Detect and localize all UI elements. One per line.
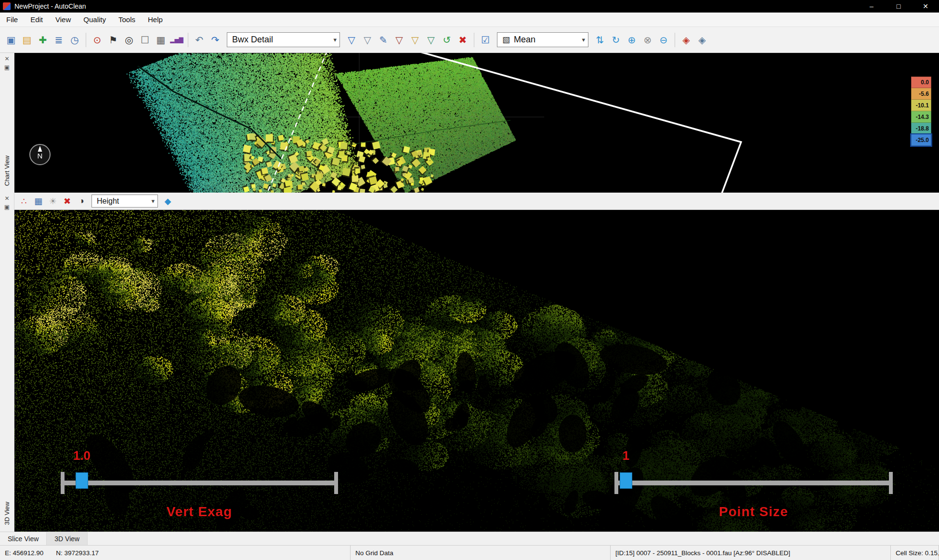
redo-icon[interactable]: ↷ — [208, 32, 222, 48]
close-button[interactable]: ✕ — [912, 0, 939, 13]
menu-edit[interactable]: Edit — [24, 13, 49, 26]
undo-icon[interactable]: ↶ — [192, 32, 207, 48]
zoom-off-icon[interactable]: ⊗ — [640, 32, 655, 48]
maximize-button[interactable]: □ — [885, 0, 912, 13]
chevron-down-icon: ▾ — [582, 36, 585, 43]
vert-exag-value: 1.0 — [63, 448, 101, 463]
filter-manual-icon[interactable]: ▽ — [360, 32, 375, 48]
save-lines-icon[interactable]: ≣ — [52, 32, 66, 48]
unlink-nodes-icon[interactable]: ◈ — [695, 32, 709, 48]
slider-endcap — [334, 472, 338, 494]
title-bar: NewProject - AutoClean – □ ✕ — [0, 0, 939, 13]
slider-endcap — [889, 472, 893, 494]
view3d-panel: ✕ ▣ 3D View ∴▦☀✖◑Height▾◆ 1.0 Vert Exag — [0, 193, 939, 532]
legend-row[interactable]: 0.0 — [911, 77, 931, 88]
point-size-handle[interactable] — [620, 472, 632, 489]
add-data-icon[interactable]: ✚ — [36, 32, 50, 48]
surface-stat-dropdown-value: Mean — [514, 35, 578, 45]
status-easting: E: 456912.90 — [5, 549, 43, 557]
view3d-dock-icon[interactable]: ▣ — [0, 203, 14, 211]
status-bar: E: 456912.90 N: 3972933.17 No Grid Data … — [0, 545, 939, 560]
legend-row[interactable]: -14.3 — [911, 111, 931, 123]
point-size-value: 1 — [607, 448, 645, 463]
tab-slice-view[interactable]: Slice View — [0, 532, 47, 545]
chevron-down-icon: ▾ — [151, 197, 155, 205]
clear-selection-icon[interactable]: ✖ — [61, 195, 74, 208]
status-cell-size: Cell Size: 0.15,I — [891, 546, 939, 560]
statistics-chart-icon[interactable]: ▂▅▇ — [170, 32, 184, 48]
refresh-icon[interactable]: ↻ — [609, 32, 623, 48]
menu-view[interactable]: View — [49, 13, 77, 26]
menu-quality[interactable]: Quality — [77, 13, 112, 26]
crop-region-icon[interactable]: ▦ — [154, 32, 168, 48]
filter-auto-icon[interactable]: ▽ — [344, 32, 359, 48]
detail-level-dropdown[interactable]: Bwx Detail▾ — [227, 32, 340, 47]
grid-check-icon[interactable]: ☑ — [478, 32, 493, 48]
app-icon — [3, 2, 11, 10]
sphere-icon[interactable]: ◑ — [75, 195, 88, 208]
filter-edit-icon[interactable]: ✎ — [376, 32, 391, 48]
surface-icon: ▧ — [502, 35, 510, 45]
select-rect-icon[interactable]: ☐ — [138, 32, 152, 48]
chart-close-icon[interactable]: ✕ — [0, 54, 14, 63]
legend-row[interactable]: -10.1 — [911, 100, 931, 111]
chart-view-strip: ✕ ▣ Chart View — [0, 53, 14, 193]
zoom-in-icon[interactable]: ⊕ — [625, 32, 639, 48]
chart-view: N 0.0-5.6-10.1-14.3-18.8-25.0 — [14, 53, 939, 193]
layers-icon[interactable]: ◆ — [161, 195, 174, 208]
view3d-viewport: 1.0 Vert Exag 1 Point Size — [14, 210, 939, 532]
slider-endcap — [61, 472, 65, 494]
point-size-track[interactable] — [615, 481, 892, 485]
north-compass-icon: N — [29, 143, 51, 166]
legend-row[interactable]: -18.8 — [911, 123, 931, 134]
link-nodes-icon[interactable]: ◈ — [679, 32, 693, 48]
main-area: ✕ ▣ Chart View N 0.0-5.6-10.1-14.3-18.8-… — [0, 53, 939, 532]
status-file: [ID:15] 0007 - 250911_Blocks - 0001.fau … — [611, 546, 891, 560]
point-grid-icon[interactable]: ▦ — [32, 195, 45, 208]
light-icon[interactable]: ☀ — [46, 195, 59, 208]
undo-all-icon[interactable]: ↺ — [440, 32, 454, 48]
view3d-strip: ✕ ▣ 3D View — [0, 193, 14, 532]
filter-reject-icon[interactable]: ▽ — [392, 32, 406, 48]
menu-tools[interactable]: Tools — [112, 13, 142, 26]
chart-dock-icon[interactable]: ▣ — [0, 63, 14, 72]
status-northing: N: 3972933.17 — [56, 549, 99, 557]
vert-exag-handle[interactable] — [76, 472, 88, 489]
chart-canvas[interactable] — [14, 53, 939, 193]
tab-3d-view[interactable]: 3D View — [47, 532, 88, 545]
vert-exag-track[interactable] — [62, 481, 337, 485]
menu-bar: FileEditViewQualityToolsHelp — [0, 13, 939, 27]
pin-marker-icon[interactable]: ◎ — [122, 32, 136, 48]
filter-points-icon[interactable]: ▽ — [408, 32, 422, 48]
vert-exag-label: Vert Exag — [62, 504, 337, 520]
time-history-icon[interactable]: ◷ — [67, 32, 82, 48]
view3d-label: 3D View — [3, 502, 11, 525]
chart-view-label: Chart View — [3, 156, 11, 186]
svg-text:N: N — [38, 152, 43, 160]
surface-stat-dropdown[interactable]: ▧Mean▾ — [497, 32, 588, 47]
open-folder-icon[interactable]: ▤ — [20, 32, 34, 48]
window-title: NewProject - AutoClean — [14, 2, 86, 10]
zoom-extents-icon[interactable]: ⊖ — [656, 32, 671, 48]
status-coordinates: E: 456912.90 N: 3972933.17 — [0, 546, 351, 560]
color-scatter-icon[interactable]: ∴ — [17, 195, 30, 208]
toolbar-separator — [675, 33, 675, 47]
swap-layers-icon[interactable]: ⇅ — [593, 32, 607, 48]
window-controls: – □ ✕ — [858, 0, 939, 13]
color-mode-dropdown[interactable]: Height▾ — [91, 195, 158, 208]
main-toolbar: ▣▤✚≣◷⊙⚑◎☐▦▂▅▇↶↷Bwx Detail▾▽▽✎▽▽▽↺✖☑▧Mean… — [0, 27, 939, 53]
toolbar-separator — [188, 33, 188, 47]
minimize-button[interactable]: – — [858, 0, 885, 13]
view3d-close-icon[interactable]: ✕ — [0, 194, 14, 203]
detail-level-dropdown-value: Bwx Detail — [232, 35, 329, 45]
filter-badge-icon[interactable]: ▽ — [424, 32, 438, 48]
screen-display-icon[interactable]: ▣ — [4, 32, 18, 48]
menu-file[interactable]: File — [0, 13, 24, 26]
reject-all-icon[interactable]: ✖ — [456, 32, 470, 48]
legend-row[interactable]: -5.6 — [911, 88, 931, 100]
chevron-down-icon: ▾ — [333, 36, 337, 43]
zoom-select-icon[interactable]: ⊙ — [90, 32, 104, 48]
legend-row[interactable]: -25.0 — [911, 134, 931, 146]
flag-icon[interactable]: ⚑ — [106, 32, 120, 48]
menu-help[interactable]: Help — [142, 13, 169, 26]
